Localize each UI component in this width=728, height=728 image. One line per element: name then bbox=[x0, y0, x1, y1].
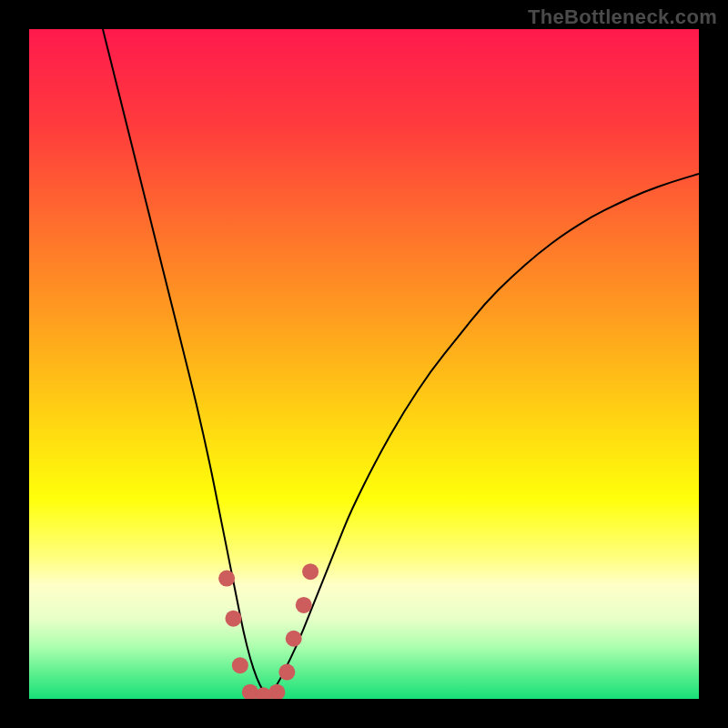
minimum-marker bbox=[302, 563, 318, 580]
gradient-background bbox=[29, 29, 699, 699]
plot-area bbox=[29, 29, 699, 699]
bottleneck-chart bbox=[29, 29, 699, 699]
chart-outer-frame: TheBottleneck.com bbox=[0, 0, 728, 728]
minimum-marker bbox=[218, 571, 235, 587]
minimum-marker bbox=[232, 657, 248, 673]
watermark-text: TheBottleneck.com bbox=[528, 5, 717, 29]
minimum-marker bbox=[286, 631, 302, 647]
minimum-marker bbox=[225, 611, 241, 627]
minimum-marker bbox=[278, 664, 295, 681]
minimum-marker bbox=[296, 597, 312, 613]
